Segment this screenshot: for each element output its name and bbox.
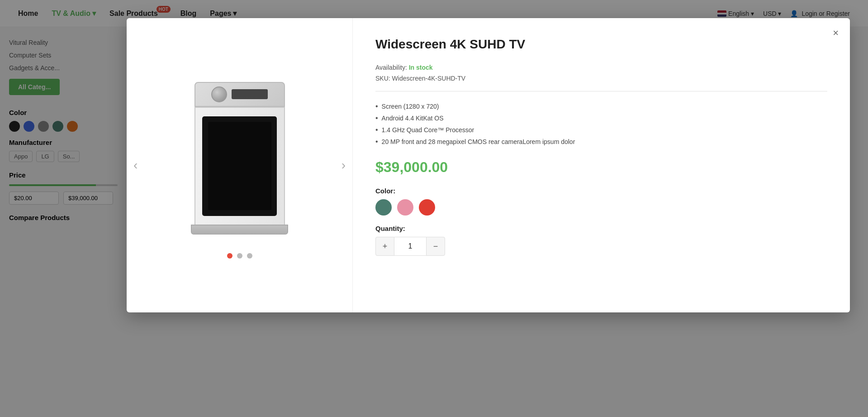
product-image <box>172 72 308 244</box>
sku-value: Widescreen-4K-SUHD-TV <box>392 75 466 82</box>
availability-label: Availability: <box>375 64 407 71</box>
color-option-red[interactable] <box>419 199 435 216</box>
specs-list: • Screen (1280 x 720) • Android 4.4 KitK… <box>375 101 827 148</box>
modal-image-area: ‹ <box>127 18 353 312</box>
spec-text-1: Screen (1280 x 720) <box>382 103 439 110</box>
dot-1[interactable] <box>227 253 232 259</box>
modal-close-button[interactable]: × <box>833 27 839 39</box>
spec-item-1: • Screen (1280 x 720) <box>375 101 827 112</box>
sku-line: SKU: Widescreen-4K-SUHD-TV <box>375 75 827 82</box>
dot-3[interactable] <box>247 253 252 259</box>
prev-image-button[interactable]: ‹ <box>133 158 138 173</box>
availability-line: Availability: In stock <box>375 64 827 71</box>
spec-item-3: • 1.4 GHz Quad Core™ Processor <box>375 124 827 136</box>
quantity-section: Quantity: + − <box>375 225 827 256</box>
in-stock-status: In stock <box>409 64 433 71</box>
quantity-controls: + − <box>375 237 827 256</box>
quantity-increase-button[interactable]: − <box>426 237 445 256</box>
sku-label: SKU: <box>375 75 390 82</box>
dot-2[interactable] <box>237 253 242 259</box>
bullet-icon: • <box>375 126 378 134</box>
color-option-teal[interactable] <box>375 199 392 216</box>
product-price: $39,000.00 <box>375 159 827 176</box>
image-dots <box>227 253 252 259</box>
color-options <box>375 199 827 216</box>
product-title: Widescreen 4K SUHD TV <box>375 36 827 53</box>
bullet-icon: • <box>375 138 378 145</box>
bullet-icon: • <box>375 115 378 122</box>
quantity-input[interactable] <box>394 237 426 256</box>
product-modal: × ‹ <box>127 18 850 312</box>
bullet-icon: • <box>375 103 378 110</box>
divider <box>375 91 827 91</box>
modal-product-info: Widescreen 4K SUHD TV Availability: In s… <box>353 18 850 312</box>
next-image-button[interactable]: › <box>342 158 346 173</box>
spec-text-3: 1.4 GHz Quad Core™ Processor <box>382 126 474 134</box>
spec-item-2: • Android 4.4 KitKat OS <box>375 112 827 124</box>
spec-text-4: 20 MP front and 28 megapixel CMOS rear c… <box>382 138 575 145</box>
quantity-label: Quantity: <box>375 225 827 232</box>
spec-item-4: • 20 MP front and 28 megapixel CMOS rear… <box>375 136 827 148</box>
color-section: Color: <box>375 187 827 216</box>
quantity-decrease-button[interactable]: + <box>375 237 394 256</box>
spec-text-2: Android 4.4 KitKat OS <box>382 115 444 122</box>
color-option-pink[interactable] <box>397 199 413 216</box>
color-section-label: Color: <box>375 187 827 195</box>
